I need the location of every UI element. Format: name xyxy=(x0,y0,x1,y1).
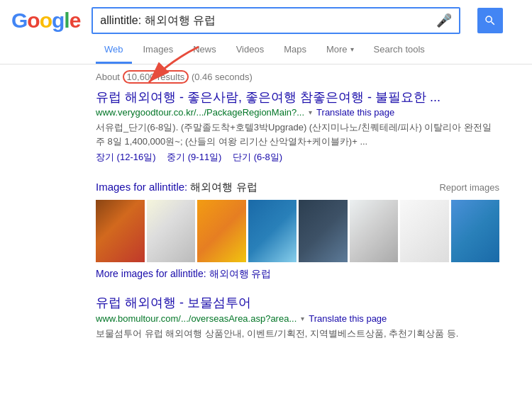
images-title-prefix: Images for allintitle: xyxy=(96,181,187,193)
result-2-translate[interactable]: Translate this page xyxy=(309,313,387,324)
result-2-title[interactable]: 유럽 해외여행 - 보물섬투어 xyxy=(96,295,499,311)
tab-news[interactable]: News xyxy=(184,37,225,64)
tab-images[interactable]: Images xyxy=(135,37,182,64)
image-thumb-8[interactable] xyxy=(451,200,500,262)
search-button[interactable] xyxy=(477,8,503,33)
result-2-snippet: 보물섬투어 유럽 해외여행 상품안내, 이벤트/기획전, 지역별베스트상품, 추… xyxy=(96,327,499,341)
image-thumb-4[interactable] xyxy=(248,200,297,262)
results-suffix: (0.46 seconds) xyxy=(189,72,253,82)
tab-videos[interactable]: Videos xyxy=(228,37,273,64)
result-2-url-line: www.bomultour.com/.../overseasArea.asp?a… xyxy=(96,313,499,324)
tab-web[interactable]: Web xyxy=(96,37,132,64)
page-header: Google allintitle: 해외여행 유럽 🎤 xyxy=(0,0,532,34)
result-1-url-line: www.verygoodtour.co.kr/.../PackageRegion… xyxy=(96,107,499,118)
images-title-query: 해외여행 유럽 xyxy=(187,181,257,193)
result-1-snippet: 서유럽_단기(6-8일). (주말졸도착+호텔3박Upgrade) (산지미나노… xyxy=(96,120,499,148)
result-2-url: www.bomultour.com/.../overseasArea.asp?a… xyxy=(96,313,297,324)
images-header: Images for allintitle: 해외여행 유럽 Report im… xyxy=(96,181,499,194)
image-thumb-5[interactable] xyxy=(299,200,348,262)
images-grid xyxy=(96,200,499,262)
results-info: About 10,600 results (0.46 seconds) xyxy=(0,64,532,89)
results-count: 10,600 results xyxy=(123,70,189,84)
image-thumb-7[interactable] xyxy=(400,200,449,262)
image-thumb-2[interactable] xyxy=(147,200,196,262)
mic-icon[interactable]: 🎤 xyxy=(436,13,452,28)
search-result-1: 유럽 해외여행 - 좋은사람, 좋은여행 참좋은여행 - 불필요한 ... ww… xyxy=(96,89,499,164)
image-thumb-3[interactable] xyxy=(197,200,246,262)
tab-maps[interactable]: Maps xyxy=(275,37,315,64)
report-images-link[interactable]: Report images xyxy=(439,182,499,193)
result-1-link-mid[interactable]: 중기 (9-11일) xyxy=(167,152,221,162)
result-1-url: www.verygoodtour.co.kr/.../PackageRegion… xyxy=(96,107,304,118)
search-box: allintitle: 해외여행 유럽 🎤 xyxy=(92,7,460,34)
result-1-title[interactable]: 유럽 해외여행 - 좋은사람, 좋은여행 참좋은여행 - 불필요한 ... xyxy=(96,89,499,106)
more-images-link[interactable]: More images for allintitle: 해외여행 유럽 xyxy=(96,268,499,281)
search-result-2: 유럽 해외여행 - 보물섬투어 www.bomultour.com/.../ov… xyxy=(96,295,499,340)
main-content: 유럽 해외여행 - 좋은사람, 좋은여행 참좋은여행 - 불필요한 ... ww… xyxy=(0,89,511,340)
results-prefix: About xyxy=(96,72,123,82)
search-input[interactable]: allintitle: 해외여행 유럽 xyxy=(100,14,431,27)
tab-search-tools[interactable]: Search tools xyxy=(365,37,433,64)
result-1-link-long[interactable]: 장기 (12-16일) xyxy=(96,152,156,162)
image-thumb-6[interactable] xyxy=(350,200,399,262)
result-1-link-short[interactable]: 단기 (6-8일) xyxy=(233,152,282,162)
result-1-url-arrow-icon: ▾ xyxy=(309,108,312,116)
tab-more[interactable]: More ▾ xyxy=(318,37,362,64)
images-section: Images for allintitle: 해외여행 유럽 Report im… xyxy=(96,181,499,281)
result-1-more-links: 장기 (12-16일) 중기 (9-11일) 단기 (6-8일) xyxy=(96,151,499,164)
result-2-url-arrow-icon: ▾ xyxy=(301,315,304,322)
google-logo[interactable]: Google xyxy=(11,9,80,33)
images-section-title[interactable]: Images for allintitle: 해외여행 유럽 xyxy=(96,181,257,194)
more-arrow-icon: ▾ xyxy=(350,45,354,53)
result-1-translate[interactable]: Translate this page xyxy=(316,107,394,118)
image-thumb-1[interactable] xyxy=(96,200,145,262)
nav-tabs: Web Images News Videos Maps More ▾ Searc… xyxy=(0,37,532,64)
